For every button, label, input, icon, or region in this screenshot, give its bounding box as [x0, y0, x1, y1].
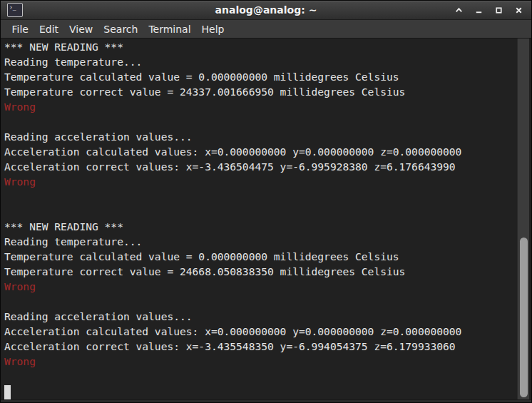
maximize-icon — [494, 6, 503, 15]
menu-item-file[interactable]: File — [6, 21, 34, 37]
shade-button[interactable] — [451, 4, 466, 18]
prompt-glyph: ›_ — [9, 4, 16, 11]
menu-bar: FileEditViewSearchTerminalHelp — [1, 20, 531, 39]
terminal-line — [4, 294, 516, 309]
terminal-line: Temperature calculated value = 0.0000000… — [4, 249, 516, 264]
terminal-line — [4, 385, 11, 398]
terminal-line: Reading acceleration values... — [4, 129, 516, 144]
menu-item-terminal[interactable]: Terminal — [143, 21, 196, 37]
terminal-area: *** NEW READING ***Reading temperature..… — [1, 39, 531, 399]
terminal-line: Wrong — [4, 279, 516, 294]
menu-item-view[interactable]: View — [64, 21, 98, 37]
terminal-line: Wrong — [4, 174, 516, 189]
terminal-line: Wrong — [4, 99, 516, 114]
terminal-line: Temperature calculated value = 0.0000000… — [4, 69, 516, 84]
minimize-icon — [474, 6, 484, 15]
terminal-line: Wrong — [4, 354, 516, 369]
terminal-screen[interactable]: *** NEW READING ***Reading temperature..… — [1, 39, 516, 399]
shade-icon — [454, 6, 464, 15]
terminal-app-icon: ›_ — [7, 3, 23, 17]
terminal-line: Reading temperature... — [4, 54, 516, 69]
menu-item-help[interactable]: Help — [196, 21, 230, 37]
scrollbar-thumb[interactable] — [520, 238, 528, 397]
terminal-line: Acceleration calculated values: x=0.0000… — [4, 144, 516, 159]
terminal-line: Acceleration correct values: x=-3.435548… — [4, 339, 516, 354]
title-bar[interactable]: ›_ analog@analog: ~ — [1, 1, 531, 20]
window-controls — [451, 1, 526, 20]
terminal-line: *** NEW READING *** — [4, 219, 516, 234]
terminal-line — [4, 189, 516, 204]
terminal-line — [4, 114, 516, 129]
terminal-cursor — [4, 387, 11, 399]
maximize-button[interactable] — [491, 4, 506, 18]
window-bottom-frame — [1, 399, 531, 402]
menu-item-edit[interactable]: Edit — [34, 21, 63, 37]
close-button[interactable] — [511, 4, 526, 18]
terminal-line: Acceleration calculated values: x=0.0000… — [4, 324, 516, 339]
terminal-window: ›_ analog@analog: ~ FileEditViewSearchTe… — [0, 0, 532, 403]
terminal-line: *** NEW READING *** — [4, 39, 516, 54]
terminal-line: Reading temperature... — [4, 234, 516, 249]
menu-item-search[interactable]: Search — [98, 21, 143, 37]
terminal-line: Reading acceleration values... — [4, 309, 516, 324]
minimize-button[interactable] — [471, 4, 486, 18]
scrollbar[interactable] — [517, 39, 529, 399]
terminal-line: Temperature correct value = 24337.001666… — [4, 84, 516, 99]
terminal-line: Temperature correct value = 24668.050838… — [4, 264, 516, 279]
close-icon — [514, 6, 523, 15]
terminal-line — [4, 369, 516, 384]
terminal-line: Acceleration correct values: x=-3.436504… — [4, 159, 516, 174]
terminal-line — [4, 204, 516, 219]
